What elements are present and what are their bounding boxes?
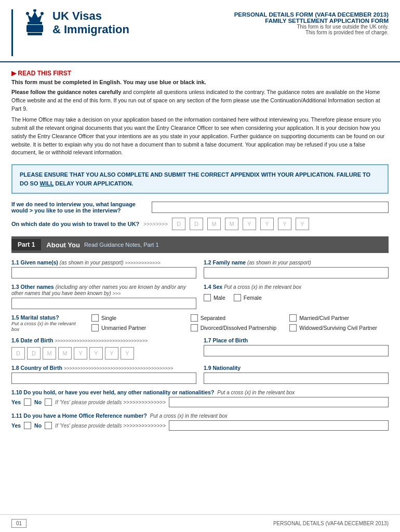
date-d1[interactable]: D xyxy=(172,218,185,230)
field-1-10-label-row: 1.10 Do you hold, or have you ever held,… xyxy=(11,389,389,395)
field-1-10-yes-checkbox[interactable] xyxy=(24,398,31,406)
dob-y2[interactable]: Y xyxy=(89,347,103,360)
marital-col2: Separated Divorced/Dissolved Partnership xyxy=(191,314,290,332)
marital-unmarried-label: Unmarried Partner xyxy=(101,325,146,331)
country-of-birth-input[interactable] xyxy=(11,373,196,384)
date-y2[interactable]: Y xyxy=(260,218,274,230)
header: UK Visas & Immigration PERSONAL DETAILS … xyxy=(0,0,400,62)
page-number: 01 xyxy=(11,519,26,528)
footer-text: PERSONAL DETAILS (VAF4A DECEMBER 2013) xyxy=(273,521,389,526)
dob-y4[interactable]: Y xyxy=(121,347,134,360)
field-1-11-label-row: 1.11 Do you have a Home Office Reference… xyxy=(11,413,389,419)
logo-divider xyxy=(11,9,13,56)
marital-married: Married/Civil Partner xyxy=(289,314,389,322)
bold-line: This form must be completed in English. … xyxy=(11,79,389,85)
sex-male-label: Male xyxy=(214,295,225,301)
marital-single-label: Single xyxy=(101,315,116,321)
marital-status-sublabel: Put a cross (x) in the relevant box xyxy=(11,321,84,332)
marital-separated-label: Separated xyxy=(201,315,225,321)
sex-options: Male Female xyxy=(204,294,389,301)
marital-married-checkbox[interactable] xyxy=(289,314,297,322)
sex-male-option: Male xyxy=(204,294,225,301)
field-1-11-input[interactable] xyxy=(169,420,389,431)
sex-female-label: Female xyxy=(244,295,262,301)
field-1-2: 1.2 Family name (as shown in your passpo… xyxy=(204,259,389,278)
field-1-10-section: 1.10 Do you hold, or have you ever held,… xyxy=(11,389,389,407)
part1-header: Part 1 About You Read Guidance Notes, Pa… xyxy=(11,236,389,253)
field-1-11-no-checkbox[interactable] xyxy=(45,422,52,429)
marital-col3: Married/Civil Partner Widowed/Surviving … xyxy=(289,314,389,332)
nationality-input[interactable] xyxy=(204,373,389,384)
footer: 01 PERSONAL DETAILS (VAF4A DECEMBER 2013… xyxy=(0,514,400,532)
marital-widowed-checkbox[interactable] xyxy=(289,324,297,331)
svg-point-3 xyxy=(41,12,44,15)
interview-input[interactable] xyxy=(152,202,389,213)
logo-line2: & Immigration xyxy=(52,23,129,36)
date-m2[interactable]: M xyxy=(225,218,238,230)
read-first-section: READ THIS FIRST This form must be comple… xyxy=(11,70,389,157)
fields-row-3: 1.6 Date of Birth >>>>>>>>>>>>>>>>>>>>>>… xyxy=(11,337,389,360)
place-of-birth-input[interactable] xyxy=(204,345,389,356)
field-1-11-label: 1.11 Do you have a Home Office Reference… xyxy=(11,413,147,419)
marital-unmarried: Unmarried Partner xyxy=(91,324,191,331)
marital-separated-checkbox[interactable] xyxy=(191,314,198,322)
field-1-7-label: 1.7 Place of Birth xyxy=(204,337,389,343)
marital-single-checkbox[interactable] xyxy=(91,314,99,322)
field-1-8: 1.8 Country of Birth >>>>>>>>>>>>>>>>>>>… xyxy=(11,365,196,384)
marital-options-area: Single Unmarried Partner Separated xyxy=(91,314,389,332)
marital-status-label: 1.5 Marital status? xyxy=(11,314,84,321)
interview-label: If we do need to interview you, what lan… xyxy=(11,201,146,214)
field-1-10-no-label: No xyxy=(34,399,42,405)
date-y3[interactable]: Y xyxy=(278,218,291,230)
svg-marker-0 xyxy=(28,11,42,22)
field-1-11-yes-label: Yes xyxy=(11,422,21,429)
marital-married-label: Married/Civil Partner xyxy=(299,315,349,321)
marital-single: Single xyxy=(91,314,191,322)
form-name: PERSONAL DETAILS FORM (VAF4A DECEMBER 20… xyxy=(234,11,389,18)
dob-m2[interactable]: M xyxy=(58,347,72,360)
field-1-11-yes-checkbox[interactable] xyxy=(24,422,31,429)
marital-divorced-checkbox[interactable] xyxy=(191,324,198,331)
header-title-block: PERSONAL DETAILS FORM (VAF4A DECEMBER 20… xyxy=(234,9,389,35)
dob-d1[interactable]: D xyxy=(11,347,25,360)
form-note1: This form is for use outside the UK only… xyxy=(234,24,389,30)
given-names-input[interactable] xyxy=(11,267,196,278)
travel-date-row: On which date do you wish to travel to t… xyxy=(11,218,389,230)
dob-y1[interactable]: Y xyxy=(74,347,87,360)
field-1-10-input[interactable] xyxy=(169,397,389,407)
svg-point-2 xyxy=(33,9,36,12)
logo-area: UK Visas & Immigration xyxy=(11,9,129,56)
field-1-10-no-checkbox[interactable] xyxy=(45,398,52,406)
field-1-6: 1.6 Date of Birth >>>>>>>>>>>>>>>>>>>>>>… xyxy=(11,337,196,360)
sex-female-checkbox[interactable] xyxy=(234,294,241,301)
field-1-11-no-label: No xyxy=(34,422,42,429)
field-1-11-section: 1.11 Do you have a Home Office Reference… xyxy=(11,413,389,431)
field-1-10-yes-label: Yes xyxy=(11,399,21,405)
date-m1[interactable]: M xyxy=(207,218,221,230)
dob-d2[interactable]: D xyxy=(27,347,41,360)
svg-point-1 xyxy=(26,12,29,15)
sex-male-checkbox[interactable] xyxy=(204,294,211,301)
marital-unmarried-checkbox[interactable] xyxy=(91,324,99,331)
field-1-1: 1.1 Given name(s) (as shown in your pass… xyxy=(11,259,196,278)
svg-rect-5 xyxy=(26,25,43,32)
marital-divorced-label: Divorced/Dissolved Partnership xyxy=(201,325,276,331)
other-names-input[interactable] xyxy=(11,298,196,309)
notice-box: PLEASE ENSURE THAT YOU ALSO COMPLETE AND… xyxy=(11,164,389,194)
date-y4[interactable]: Y xyxy=(296,218,309,230)
field-1-3-label: 1.3 Other names (including any other nam… xyxy=(11,284,196,296)
family-name-input[interactable] xyxy=(204,267,389,278)
dob-m1[interactable]: M xyxy=(43,347,56,360)
field-1-7: 1.7 Place of Birth xyxy=(204,337,389,360)
part1-badge: Part 1 xyxy=(11,239,41,250)
marital-label-col: 1.5 Marital status? Put a cross (x) in t… xyxy=(11,314,84,332)
date-d2[interactable]: D xyxy=(190,218,203,230)
marital-widowed-label: Widowed/Surviving Civil Partner xyxy=(299,325,377,331)
form-note2: This form is provided free of charge. xyxy=(234,30,389,35)
field-1-9: 1.9 Nationality xyxy=(204,365,389,384)
field-1-10-yesno: Yes No If 'Yes' please provide details >… xyxy=(11,397,389,407)
travel-date-label: On which date do you wish to travel to t… xyxy=(11,221,139,227)
date-y1[interactable]: Y xyxy=(243,218,256,230)
fields-row-1: 1.1 Given name(s) (as shown in your pass… xyxy=(11,259,389,278)
dob-y3[interactable]: Y xyxy=(105,347,118,360)
